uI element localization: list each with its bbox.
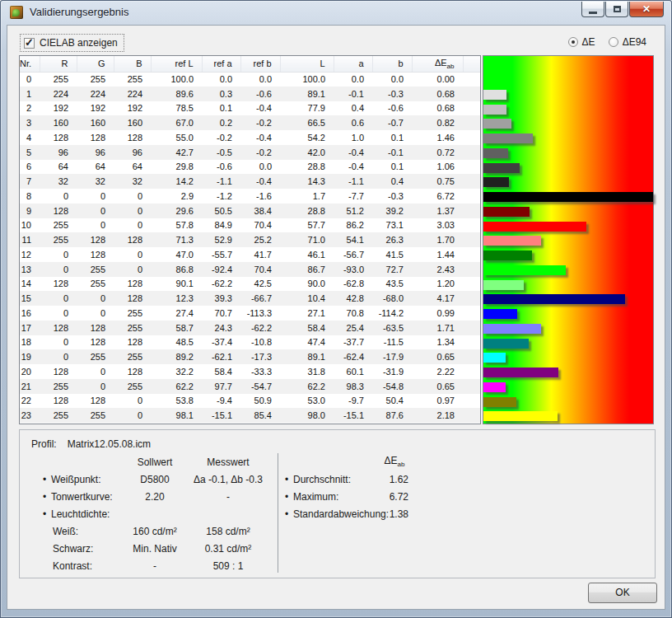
table-cell: 0.68 — [412, 87, 463, 101]
table-cell: 70.7 — [202, 306, 240, 321]
table-cell: 17 — [20, 321, 40, 335]
table-cell: 89.1 — [280, 87, 334, 101]
table-cell: 160 — [77, 115, 114, 130]
table-cell: 0.4 — [372, 174, 412, 189]
table-cell: 100.0 — [280, 72, 334, 87]
table-cell: 0 — [114, 247, 151, 262]
table-cell: 1 — [20, 87, 40, 101]
table-cell: -0.4 — [240, 130, 280, 145]
table-cell: 0 — [40, 306, 77, 321]
table-cell: 90.1 — [151, 277, 202, 292]
table-cell: 192 — [40, 101, 77, 116]
table-cell: 255 — [40, 379, 77, 394]
table-cell: 1.7 — [280, 189, 334, 204]
table-cell: 89.2 — [151, 349, 202, 364]
delta-e-bar — [483, 192, 653, 202]
table-cell: 57.8 — [151, 218, 202, 233]
table-cell: 1.70 — [412, 232, 463, 247]
table-cell: 42.0 — [280, 145, 334, 160]
table-cell: 22 — [20, 394, 40, 409]
table-cell-spacer — [463, 262, 480, 277]
titlebar[interactable]: Validierungsergebnis ✕ — [0, 0, 672, 25]
cielab-checkbox[interactable]: ✓ CIELAB anzeigen — [20, 34, 124, 52]
table-cell: 255 — [114, 321, 151, 335]
table-cell: 255 — [77, 277, 114, 292]
table-cell: 57.7 — [280, 218, 334, 233]
table-row: 20128012832.258.4-33.331.860.1-31.92.22 — [20, 364, 480, 379]
maximize-button[interactable] — [605, 2, 628, 17]
table-cell: 128 — [114, 232, 151, 247]
table-cell: 0.72 — [412, 145, 463, 160]
table-cell: -62.8 — [334, 277, 372, 292]
radio-unselected-icon[interactable] — [609, 37, 618, 47]
radio-selected-icon[interactable] — [568, 37, 578, 47]
bullet-icon: • — [43, 474, 51, 485]
table-cell: -54.8 — [372, 379, 412, 394]
table-cell: 96 — [40, 145, 77, 160]
table-cell: -33.3 — [240, 364, 280, 379]
close-button[interactable]: ✕ — [629, 2, 664, 17]
table-cell: -0.4 — [240, 174, 280, 189]
table-cell: -0.6 — [202, 160, 240, 175]
table-cell: -15.1 — [202, 408, 240, 423]
ok-button[interactable]: OK — [588, 583, 657, 603]
table-row: 160025527.470.7-113.327.170.8-114.20.99 — [20, 306, 480, 321]
table-cell: 1.46 — [412, 130, 463, 145]
table-cell: 6 — [20, 160, 40, 175]
table-cell: 42.8 — [334, 291, 372, 306]
table-cell: -55.7 — [202, 247, 240, 262]
delta-e-bar — [483, 119, 511, 129]
table-cell: 160 — [114, 115, 151, 130]
table-cell: 128 — [114, 277, 151, 292]
table-row: 0255255255100.00.00.0100.00.00.00.00 — [20, 72, 480, 87]
stat-value: 6.72 — [380, 491, 408, 503]
table-row: 102550057.884.970.457.786.273.13.03 — [20, 218, 480, 233]
dialog-window: Validierungsergebnis ✕ ✓ CIELAB anzeigen… — [0, 0, 672, 618]
table-cell: 98.3 — [334, 379, 372, 394]
table-cell: -1.1 — [334, 174, 372, 189]
stat-label: •Durchschnitt: — [285, 474, 380, 485]
profile-label: Profil: — [31, 438, 57, 450]
table-cell-spacer — [463, 130, 480, 145]
delta-e-bar — [483, 397, 516, 407]
table-cell: -9.7 — [334, 394, 372, 409]
table-cell: 128 — [77, 247, 114, 262]
table-cell: 67.0 — [151, 115, 202, 130]
delta-e-bar — [483, 339, 529, 349]
table-cell: 14.3 — [280, 174, 334, 189]
table-cell: 1.20 — [412, 277, 463, 292]
radio-delta-e94-label: ΔE94 — [623, 36, 646, 48]
table-cell-spacer — [463, 174, 480, 189]
table-cell-spacer — [463, 115, 480, 130]
table-cell: 24.3 — [202, 321, 240, 335]
bullet-icon: • — [43, 508, 51, 520]
table-cell: -0.7 — [372, 115, 412, 130]
minimize-button[interactable] — [581, 2, 604, 17]
table-cell: -0.3 — [372, 189, 412, 204]
table-cell: -17.9 — [372, 349, 412, 364]
table-cell: 70.4 — [240, 262, 280, 277]
table-row: 664646429.8-0.60.028.8-0.40.11.06 — [20, 160, 480, 175]
info-row-label: Schwarz: — [43, 543, 125, 555]
stat-label: •Standardabweichung: — [285, 508, 380, 520]
table-cell: 15 — [20, 291, 40, 306]
table-row: 21255025562.297.7-54.762.298.3-54.80.65 — [20, 379, 480, 394]
table-cell: 128 — [40, 130, 77, 145]
table-cell: 31.8 — [280, 364, 334, 379]
window-title: Validierungsergebnis — [30, 6, 128, 18]
table-cell: 20 — [20, 364, 40, 379]
table-cell: 0 — [114, 394, 151, 409]
table-cell: -10.8 — [240, 335, 280, 350]
radio-delta-e[interactable]: ΔE — [568, 36, 595, 48]
table-cell: 255 — [77, 408, 114, 423]
table-cell: 2 — [20, 101, 40, 116]
table-cell-spacer — [463, 379, 480, 394]
table-cell: 51.2 — [334, 204, 372, 218]
table-cell-spacer — [463, 291, 480, 306]
table-cell: 29.6 — [151, 204, 202, 218]
table-header-spacer — [463, 56, 480, 72]
table-cell: 1.71 — [412, 321, 463, 335]
radio-delta-e94[interactable]: ΔE94 — [609, 36, 646, 48]
table-cell: 89.6 — [151, 87, 202, 101]
checkbox-box[interactable]: ✓ — [24, 38, 35, 49]
